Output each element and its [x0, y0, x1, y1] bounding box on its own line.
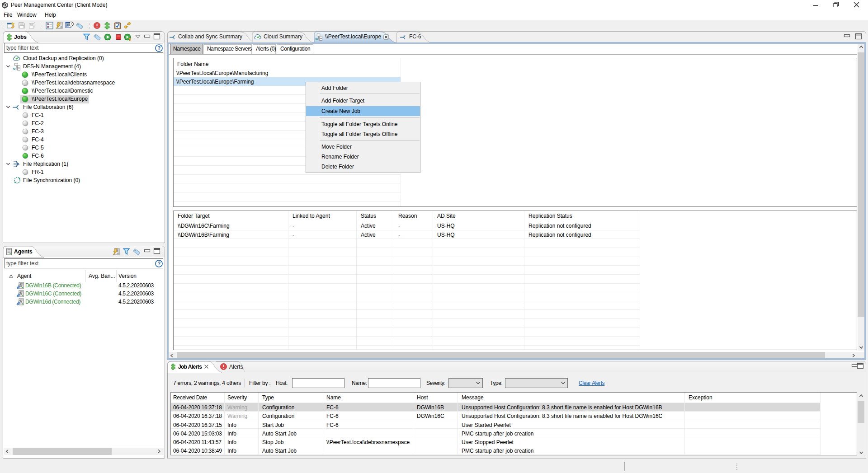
svg-text:?: ? — [158, 45, 161, 51]
svg-text:?: ? — [158, 261, 161, 266]
svg-text:12: 12 — [66, 24, 69, 27]
